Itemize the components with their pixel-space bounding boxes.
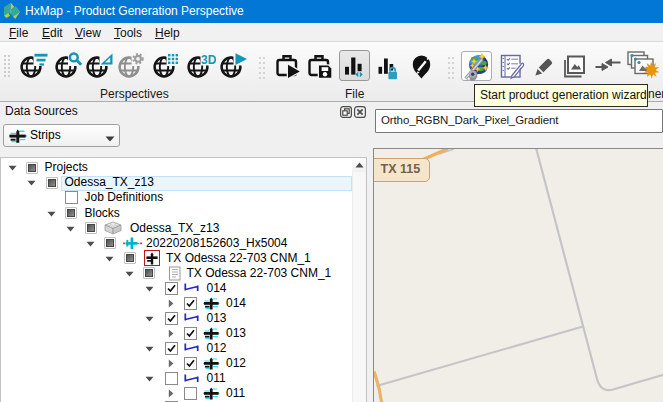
svg-text:3D: 3D xyxy=(201,53,216,67)
